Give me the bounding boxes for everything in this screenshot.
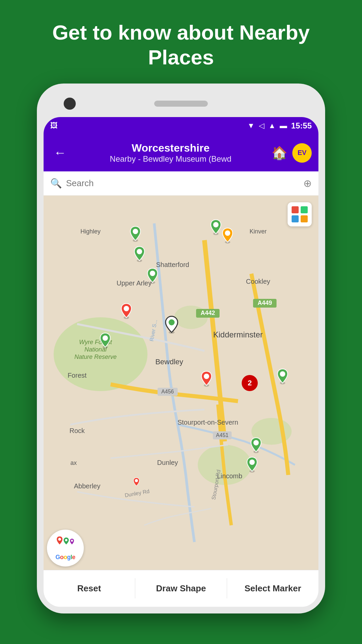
marker-green-7[interactable] (250, 437, 262, 453)
google-maps-logo: Google (47, 530, 84, 567)
wifi-icon: ▼ (247, 121, 255, 130)
reset-label: Reset (77, 583, 101, 594)
svg-point-42 (150, 271, 155, 276)
marker-green-8[interactable] (246, 457, 258, 473)
search-icon: 🔍 (50, 178, 62, 189)
svg-point-62 (71, 540, 73, 542)
phone-screen: 🖼 ▼ ◁ ▲ ▬ 15:55 ← Worcestershire Nearby … (44, 117, 318, 607)
svg-text:ax: ax (70, 460, 77, 466)
status-bar-left: 🖼 (50, 121, 60, 130)
marker-red-2[interactable] (200, 371, 213, 387)
draw-shape-button[interactable]: Draw Shape (135, 570, 227, 607)
back-button[interactable]: ← (50, 142, 70, 163)
map-area[interactable]: A442 A449 A456 A451 Upper Arley Shatterf… (44, 196, 318, 570)
status-time: 15:55 (291, 121, 312, 130)
marker-red-bottom[interactable] (130, 477, 143, 487)
marker-green-1[interactable] (129, 226, 142, 242)
marker-yellow[interactable] (221, 227, 234, 244)
app-bar-title-area: Worcestershire Nearby - Bewdley Museum (… (75, 142, 266, 164)
svg-text:Highley: Highley (80, 228, 101, 235)
signal-icon: ◁ (259, 121, 264, 130)
svg-text:A449: A449 (257, 300, 272, 306)
svg-point-48 (103, 335, 108, 341)
svg-point-34 (133, 229, 138, 234)
svg-text:Nature Reserve: Nature Reserve (74, 354, 117, 360)
ev-badge[interactable]: EV (292, 143, 312, 163)
svg-text:Stourport-on-Severn: Stourport-on-Severn (177, 419, 238, 426)
svg-text:2: 2 (248, 379, 252, 387)
svg-text:Cookley: Cookley (246, 278, 270, 285)
marker-red-1[interactable] (120, 303, 133, 319)
status-bar: 🖼 ▼ ◁ ▲ ▬ 15:55 (44, 117, 318, 135)
svg-point-58 (249, 460, 255, 465)
marker-bewdley[interactable] (164, 316, 179, 334)
marker-green-4[interactable] (146, 268, 159, 284)
app-bar-title: Worcestershire (75, 142, 266, 154)
svg-point-54 (280, 371, 285, 377)
phone-device: 🖼 ▼ ◁ ▲ ▬ 15:55 ← Worcestershire Nearby … (37, 84, 325, 613)
signal-bars-icon: ▲ (268, 121, 276, 130)
svg-point-44 (124, 306, 129, 311)
svg-point-59 (135, 479, 138, 482)
svg-point-38 (225, 230, 230, 236)
svg-text:Abberley: Abberley (74, 482, 101, 490)
svg-point-56 (253, 440, 259, 445)
svg-point-36 (213, 222, 219, 227)
svg-text:Dunley: Dunley (157, 459, 178, 466)
location-target-icon[interactable]: ⊕ (303, 177, 312, 189)
google-text: Google (55, 554, 75, 561)
app-bar: ← Worcestershire Nearby - Bewdley Museum… (44, 135, 318, 171)
phone-speaker (154, 101, 208, 107)
svg-text:Forest: Forest (68, 372, 87, 379)
map-pins-icon (55, 535, 75, 552)
home-button[interactable]: 🏠 (272, 146, 287, 160)
svg-text:A442: A442 (200, 310, 215, 316)
map-layers-button[interactable] (288, 202, 312, 226)
svg-point-50 (204, 374, 209, 379)
reset-button[interactable]: Reset (44, 570, 135, 607)
svg-text:Shatterford: Shatterford (156, 261, 189, 268)
svg-point-46 (169, 319, 175, 325)
phone-camera (64, 98, 76, 110)
marker-green-2[interactable] (209, 219, 222, 235)
search-bar: 🔍 ⊕ (44, 171, 318, 196)
svg-text:Kinver: Kinver (249, 228, 266, 235)
phone-notch (44, 90, 318, 117)
page-headline: Get to know about Nearby Places (0, 0, 362, 84)
select-marker-label: Select Marker (244, 583, 301, 594)
svg-point-60 (58, 538, 61, 541)
draw-shape-label: Draw Shape (156, 583, 206, 594)
marker-green-3[interactable] (133, 246, 146, 262)
cluster-badge[interactable]: 2 (241, 374, 259, 393)
status-bar-right: ▼ ◁ ▲ ▬ 15:55 (247, 121, 312, 130)
svg-text:A451: A451 (216, 432, 228, 438)
marker-green-6[interactable] (276, 368, 289, 384)
battery-icon: ▬ (280, 121, 287, 130)
svg-point-40 (137, 249, 142, 254)
svg-text:Rock: Rock (69, 427, 85, 434)
app-bar-subtitle: Nearby - Bewdley Museum (Bewd (75, 154, 266, 164)
select-marker-button[interactable]: Select Marker (227, 570, 318, 607)
bottom-bar: Reset Draw Shape Select Marker (44, 570, 318, 607)
search-input[interactable] (66, 178, 303, 189)
marker-green-5[interactable] (99, 332, 112, 348)
svg-text:A456: A456 (161, 389, 174, 394)
svg-text:Kidderminster: Kidderminster (213, 330, 263, 339)
svg-text:Bewdley: Bewdley (155, 358, 183, 366)
svg-point-61 (65, 539, 67, 541)
notification-icon: 🖼 (50, 121, 58, 130)
